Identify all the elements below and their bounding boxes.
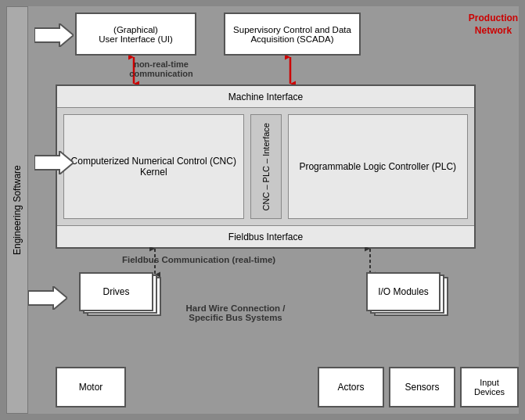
hardwire-label: Hard Wire Connection / Specific Bus Syst… xyxy=(173,303,298,322)
top-arrow xyxy=(34,23,74,49)
io-modules-box: I/O Modules xyxy=(366,272,440,311)
drives-arrow xyxy=(28,286,67,312)
machine-interface-bar: Machine Interface xyxy=(57,86,474,108)
bottom-section: Drives Hard Wire Connection / Specific B… xyxy=(56,272,519,407)
engineering-software-label: Engineering Software xyxy=(6,6,28,414)
svg-marker-0 xyxy=(34,23,74,47)
actors-box: Actors xyxy=(318,367,384,407)
control-inner: Computerized Numerical Control (CNC) Ker… xyxy=(57,108,474,225)
svg-marker-10 xyxy=(28,286,67,310)
plc-box: Programmable Logic Controller (PLC) xyxy=(288,114,469,219)
drives-box: Drives xyxy=(79,272,153,311)
diagram-container: Engineering Software (Graphical) User In… xyxy=(6,6,519,414)
svg-marker-5 xyxy=(34,151,74,174)
input-devices-box: Input Devices xyxy=(460,367,519,407)
sensors-box: Sensors xyxy=(389,367,455,407)
cnc-plc-interface-box: CNC – PLC – Interface xyxy=(250,114,282,219)
motor-box: Motor xyxy=(56,367,126,407)
non-realtime-label: non-real-time communication xyxy=(75,59,247,78)
production-network-label: Production Network xyxy=(468,13,519,37)
fieldbus-comm-label: Fieldbus Communication (real-time) xyxy=(122,255,275,264)
control-box: Machine Interface Computerized Numerical… xyxy=(56,84,476,249)
bottom-row: Motor Actors Sensors Input Devices xyxy=(56,361,519,407)
gui-box: (Graphical) User Interface (UI) xyxy=(75,13,196,56)
scada-box: Supervisory Control and Data Acquisition… xyxy=(224,13,361,56)
main-area: (Graphical) User Interface (UI) Supervis… xyxy=(28,6,519,414)
control-arrow xyxy=(34,151,74,177)
fieldbus-interface-bar: Fieldbus Interface xyxy=(57,225,474,247)
cnc-kernel-box: Computerized Numerical Control (CNC) Ker… xyxy=(63,114,244,219)
